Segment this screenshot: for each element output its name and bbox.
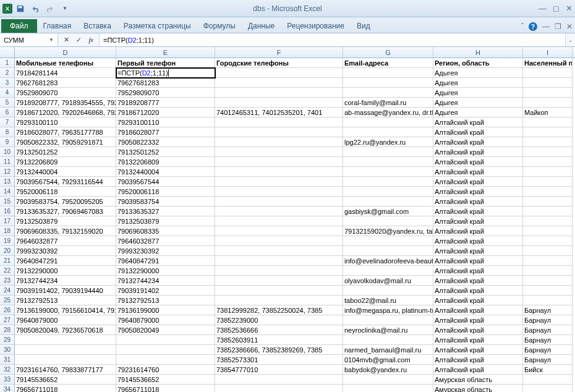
- cell[interactable]: [116, 355, 215, 365]
- cell[interactable]: [215, 78, 343, 88]
- cell[interactable]: 73852573301: [215, 355, 343, 365]
- cell[interactable]: gasbiysk@gmail.com: [343, 207, 433, 216]
- cell[interactable]: [215, 127, 343, 137]
- cell[interactable]: [343, 117, 433, 127]
- cell[interactable]: 79186712020: [116, 108, 215, 117]
- cell[interactable]: Алтайский край: [433, 286, 523, 296]
- cell[interactable]: Алтайский край: [433, 137, 523, 147]
- ribbon-tab[interactable]: Рецензирование: [281, 19, 351, 33]
- cell[interactable]: [343, 266, 433, 276]
- cell[interactable]: Барнаул: [523, 305, 573, 315]
- row-header[interactable]: 5: [0, 98, 15, 108]
- cell[interactable]: [523, 78, 573, 88]
- cell[interactable]: [215, 286, 343, 296]
- row-header[interactable]: 25: [0, 296, 15, 305]
- cell[interactable]: lpg22.ru@yandex.ru: [343, 137, 433, 147]
- cell[interactable]: [523, 157, 573, 167]
- cell[interactable]: [523, 117, 573, 127]
- cell[interactable]: babydok@yandex.ru: [343, 365, 433, 375]
- cell[interactable]: Амурская область: [433, 385, 523, 392]
- row-header[interactable]: 20: [0, 246, 15, 256]
- cell[interactable]: [343, 187, 433, 197]
- cell[interactable]: 79189208777: [116, 98, 215, 108]
- cell[interactable]: Алтайский край: [433, 296, 523, 305]
- row-header[interactable]: 11: [0, 157, 15, 167]
- cell[interactable]: [215, 246, 343, 256]
- save-icon[interactable]: [14, 2, 27, 15]
- cell[interactable]: Алтайский край: [433, 355, 523, 365]
- cell[interactable]: Алтайский край: [433, 177, 523, 187]
- cell[interactable]: info@evelinadorofeeva-beauty: [343, 256, 433, 266]
- cell[interactable]: 79039191402, 79039194440: [15, 286, 116, 296]
- undo-icon[interactable]: [28, 2, 42, 15]
- cell[interactable]: 79640879000: [15, 315, 116, 325]
- ribbon-tab[interactable]: Данные: [242, 19, 281, 33]
- cell[interactable]: Алтайский край: [433, 157, 523, 167]
- cell[interactable]: [343, 127, 433, 137]
- row-header[interactable]: 16: [0, 207, 15, 216]
- cell[interactable]: 73852536666: [215, 325, 343, 335]
- cell[interactable]: [523, 266, 573, 276]
- cell[interactable]: [523, 187, 573, 197]
- cell[interactable]: [523, 286, 573, 296]
- cell[interactable]: [343, 246, 433, 256]
- row-header[interactable]: 22: [0, 266, 15, 276]
- cell[interactable]: [523, 276, 573, 286]
- cell[interactable]: 79039583754: [116, 197, 215, 207]
- cell[interactable]: [523, 385, 573, 392]
- cell[interactable]: Алтайский край: [433, 325, 523, 335]
- cell[interactable]: 79039567544, 79293116544: [15, 177, 116, 187]
- row-header[interactable]: 18: [0, 226, 15, 236]
- cell[interactable]: 79186028077, 79635177788: [15, 127, 116, 137]
- cell[interactable]: Алтайский край: [433, 236, 523, 246]
- cell[interactable]: 79640847291: [15, 256, 116, 266]
- row-header[interactable]: 24: [0, 286, 15, 296]
- cell[interactable]: Барнаул: [523, 335, 573, 345]
- cell[interactable]: [343, 88, 433, 98]
- cell[interactable]: [343, 197, 433, 207]
- doc-close-icon[interactable]: ✕: [566, 22, 573, 31]
- cell[interactable]: Алтайский край: [433, 147, 523, 157]
- row-header[interactable]: 6: [0, 108, 15, 117]
- cell[interactable]: Барнаул: [523, 315, 573, 325]
- cell[interactable]: [116, 345, 215, 355]
- cell[interactable]: Регион, область: [433, 58, 523, 68]
- cell[interactable]: Алтайский край: [433, 266, 523, 276]
- cell[interactable]: [15, 335, 116, 345]
- cell[interactable]: 79627681283: [116, 78, 215, 88]
- cell[interactable]: [343, 147, 433, 157]
- cell[interactable]: 79231614760, 79833877177: [15, 365, 116, 375]
- cell[interactable]: Алтайский край: [433, 216, 523, 226]
- row-header[interactable]: 33: [0, 375, 15, 385]
- cell[interactable]: 79627681283: [15, 78, 116, 88]
- cell[interactable]: Email-адреса: [343, 58, 433, 68]
- cell[interactable]: Адыгея: [433, 98, 523, 108]
- cell[interactable]: 74012465311, 74012535201, 7401: [215, 108, 343, 117]
- row-header[interactable]: 27: [0, 315, 15, 325]
- row-header[interactable]: 4: [0, 88, 15, 98]
- cell[interactable]: [215, 137, 343, 147]
- cell[interactable]: 79132440004: [15, 167, 116, 177]
- help-icon[interactable]: ?: [529, 22, 537, 31]
- cell[interactable]: [215, 68, 343, 78]
- row-header[interactable]: 28: [0, 325, 15, 335]
- cell[interactable]: 73852386666, 73852389269, 7385: [215, 345, 343, 355]
- cell[interactable]: [215, 157, 343, 167]
- cell[interactable]: 79145536652: [15, 375, 116, 385]
- cell[interactable]: 79133635327: [116, 207, 215, 216]
- doc-minimize-icon[interactable]: —: [542, 22, 550, 31]
- cell[interactable]: olyavolkodav@mail.ru: [343, 276, 433, 286]
- file-tab[interactable]: Файл: [1, 19, 37, 33]
- cell[interactable]: [215, 88, 343, 98]
- cell[interactable]: Алтайский край: [433, 335, 523, 345]
- maximize-icon[interactable]: ◻: [553, 4, 560, 13]
- cell[interactable]: [523, 88, 573, 98]
- row-header[interactable]: 3: [0, 78, 15, 88]
- cell[interactable]: 79132501252: [15, 147, 116, 157]
- cell[interactable]: info@megaspa.ru, platinum-tm: [343, 305, 433, 315]
- cell[interactable]: Алтайский край: [433, 246, 523, 256]
- row-header[interactable]: 2: [0, 68, 15, 78]
- row-header[interactable]: 26: [0, 305, 15, 315]
- cell[interactable]: 79293100110: [116, 117, 215, 127]
- cell[interactable]: 79520006118: [116, 187, 215, 197]
